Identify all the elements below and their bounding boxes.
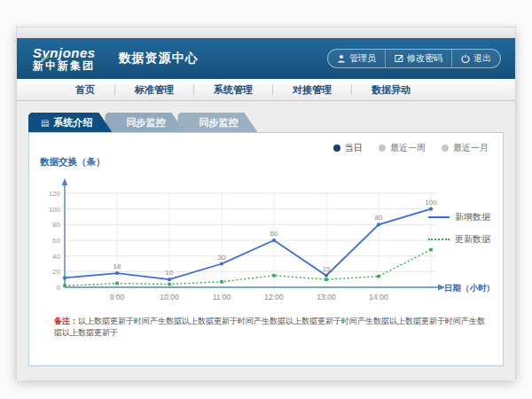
- data-label: 60: [270, 230, 278, 238]
- tab-system-intro[interactable]: ▤ 系统介绍: [28, 113, 112, 132]
- legend-item-new-data: 新增数据: [428, 211, 496, 223]
- nav-item-system-mgmt[interactable]: 系统管理: [194, 83, 272, 97]
- y-tick-label: 80: [52, 221, 60, 229]
- brand-logo: Synjones 新中新集团: [33, 46, 96, 71]
- x-tick-label: 12:00: [264, 293, 284, 301]
- tab-sync-monitor-1[interactable]: 同步监控: [105, 113, 184, 132]
- chart-panel: 当日 最近一周 最近一月 数据交换（条） 日期（小时） 020406080100…: [28, 132, 504, 366]
- data-label: 80: [375, 214, 383, 222]
- footnote: 备注：以上数据更新于时间产生数据以上数据更新于时间产生数据以上数据更新于时间产生…: [54, 316, 485, 338]
- tab-sync-monitor-2[interactable]: 同步监控: [177, 113, 257, 132]
- legend-item-updated-data: 更新数据: [428, 233, 496, 246]
- data-marker: [325, 278, 328, 281]
- x-axis-title: 日期（小时）: [444, 283, 495, 293]
- radio-dot-icon: [442, 145, 449, 152]
- y-tick-label: 120: [49, 190, 61, 198]
- data-label: 18: [113, 262, 121, 270]
- radio-last-month[interactable]: 最近一月: [442, 142, 489, 154]
- data-label: 100: [425, 199, 437, 207]
- radio-today[interactable]: 当日: [333, 142, 363, 154]
- legend-label: 新增数据: [455, 211, 490, 223]
- data-marker: [377, 223, 380, 226]
- data-marker: [63, 284, 66, 287]
- radio-dot-icon: [379, 145, 386, 152]
- pencil-icon: [395, 54, 403, 63]
- data-marker: [377, 275, 380, 278]
- y-tick-label: 40: [52, 253, 60, 261]
- tab-label: 同步监控: [126, 116, 165, 129]
- window-top-strip: [17, 27, 515, 38]
- document-icon: ▤: [41, 118, 49, 128]
- footnote-prefix: 备注：: [54, 317, 78, 325]
- legend-sample: [428, 239, 450, 240]
- legend-label: 更新数据: [455, 233, 490, 246]
- data-label: 15: [323, 265, 331, 273]
- y-axis-arrow-icon: [62, 178, 68, 185]
- data-marker: [272, 239, 276, 242]
- chart-legend: 新增数据 更新数据: [428, 211, 496, 255]
- logout-label: 退出: [473, 52, 491, 65]
- y-tick-label: 100: [49, 206, 61, 214]
- radio-label: 最近一周: [390, 142, 426, 154]
- content-area: ▤ 系统介绍 同步监控 同步监控 当日 最近一周: [17, 101, 515, 380]
- nav-item-data-change[interactable]: 数据异动: [352, 83, 430, 97]
- data-label: 30: [218, 254, 226, 262]
- main-nav: 首页 标准管理 系统管理 对接管理 数据异动: [17, 79, 515, 101]
- data-marker: [115, 282, 119, 286]
- radio-dot-icon: [333, 145, 340, 152]
- header-actions: 管理员 修改密码 退出: [327, 49, 501, 68]
- time-range-filter: 当日 最近一周 最近一月: [333, 142, 489, 154]
- radio-label: 最近一月: [453, 142, 489, 154]
- change-password-label: 修改密码: [407, 52, 442, 65]
- y-tick-label: 60: [52, 237, 60, 245]
- logo-subtext: 新中新集团: [33, 60, 96, 72]
- tab-label: 系统介绍: [53, 116, 92, 129]
- nav-item-standard-mgmt[interactable]: 标准管理: [115, 83, 193, 97]
- current-user-button[interactable]: 管理员: [328, 50, 385, 67]
- nav-item-home[interactable]: 首页: [56, 83, 114, 97]
- header-bar: Synjones 新中新集团 数据资源中心 管理员 修改密码: [17, 38, 515, 79]
- y-axis-title: 数据交换（条）: [40, 156, 106, 168]
- legend-sample: [428, 216, 450, 218]
- data-marker: [325, 274, 328, 278]
- tab-bar: ▤ 系统介绍 同步监控 同步监控: [28, 113, 257, 132]
- change-password-button[interactable]: 修改密码: [385, 50, 451, 67]
- radio-last-week[interactable]: 最近一周: [379, 142, 426, 154]
- tab-label: 同步监控: [199, 116, 238, 129]
- app-window: Synjones 新中新集团 数据资源中心 管理员 修改密码: [16, 27, 516, 379]
- data-marker: [272, 274, 276, 278]
- footnote-text: 以上数据更新于时间产生数据以上数据更新于时间产生数据以上数据更新于时间产生数据以…: [54, 317, 485, 337]
- x-tick-label: 9:00: [110, 293, 125, 301]
- data-marker: [115, 271, 119, 275]
- x-tick-label: 10:00: [160, 293, 179, 301]
- data-marker: [220, 262, 223, 265]
- y-tick-label: 20: [52, 268, 60, 276]
- data-label: 10: [166, 269, 174, 277]
- data-marker: [63, 276, 66, 279]
- user-icon: [337, 54, 346, 63]
- current-user-label: 管理员: [349, 52, 376, 65]
- x-tick-label: 11:00: [213, 293, 231, 301]
- data-marker: [168, 278, 171, 281]
- data-marker: [168, 283, 171, 286]
- y-tick-label: 0: [57, 284, 61, 292]
- nav-item-interface-mgmt[interactable]: 对接管理: [273, 83, 351, 97]
- x-tick-label: 14:00: [369, 293, 388, 301]
- page-title: 数据资源中心: [119, 51, 199, 66]
- x-tick-label: 13:00: [317, 293, 336, 301]
- power-icon: [461, 54, 470, 63]
- logout-button[interactable]: 退出: [451, 50, 500, 67]
- data-marker: [220, 280, 223, 284]
- radio-label: 当日: [345, 142, 363, 154]
